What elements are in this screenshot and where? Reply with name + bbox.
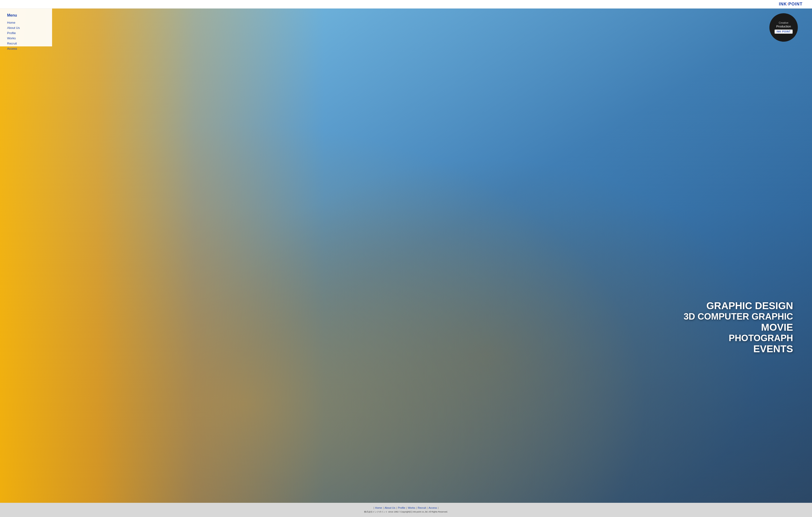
- nav-item-about[interactable]: About Us: [7, 26, 45, 30]
- creative-badge: Creative Production INK·POINT: [770, 13, 798, 42]
- nav-item-profile[interactable]: Profile: [7, 31, 45, 35]
- nav-item-works[interactable]: Works: [7, 36, 45, 40]
- hero-line1: GRAPHIC DESIGN: [684, 300, 793, 312]
- nav-link-recruit[interactable]: Recruit: [7, 42, 17, 45]
- footer-sep-4: |: [416, 506, 417, 509]
- hero-section: Menu Home About Us Profile Works Recruit…: [0, 8, 812, 503]
- hero-line4: PHOTOGRAPH: [684, 333, 793, 343]
- nav-item-home[interactable]: Home: [7, 20, 45, 25]
- footer-link-profile[interactable]: Profile: [398, 506, 405, 509]
- header-logo: INK·POINT: [779, 2, 803, 7]
- hero-line5: EVENTS: [684, 343, 793, 354]
- badge-line1: Creative: [779, 21, 788, 24]
- badge-logo: INK·POINT: [775, 30, 792, 34]
- footer-sep-2: |: [396, 506, 397, 509]
- nav-link-access[interactable]: Access: [7, 47, 17, 51]
- footer-sep-3: |: [406, 506, 407, 509]
- car-overlay: [0, 8, 325, 503]
- hero-line3: MOVIE: [684, 322, 793, 333]
- hero-line2: 3D COMPUTER GRAPHIC: [684, 312, 793, 322]
- nav-list: Home About Us Profile Works Recruit Acce…: [7, 20, 45, 51]
- footer-link-access[interactable]: Access: [429, 506, 437, 509]
- footer-link-about[interactable]: About Us: [385, 506, 395, 509]
- menu-title: Menu: [7, 13, 45, 18]
- logo-prefix: INK: [779, 2, 787, 6]
- nav-link-works[interactable]: Works: [7, 36, 16, 40]
- footer-sep-end: |: [438, 506, 439, 509]
- nav-item-access[interactable]: Access: [7, 47, 45, 51]
- footer-sep-start: |: [373, 506, 374, 509]
- nav-link-about[interactable]: About Us: [7, 26, 20, 30]
- footer-link-home[interactable]: Home: [375, 506, 382, 509]
- site-header: INK·POINT: [0, 0, 812, 8]
- badge-logo-prefix: INK: [777, 30, 781, 33]
- nav-item-recruit[interactable]: Recruit: [7, 41, 45, 46]
- footer-sep-1: |: [383, 506, 384, 509]
- hero-text-block: GRAPHIC DESIGN 3D COMPUTER GRAPHIC MOVIE…: [684, 300, 793, 354]
- footer-link-recruit[interactable]: Recruit: [418, 506, 426, 509]
- nav-link-home[interactable]: Home: [7, 21, 16, 24]
- footer-copyright: 株式会社インクポイント since 1982 / Copyright(C) In…: [364, 510, 448, 513]
- footer-sep-5: |: [427, 506, 428, 509]
- footer-nav: | Home | About Us | Profile | Works | Re…: [373, 506, 438, 509]
- badge-line2: Production: [776, 25, 791, 28]
- logo-suffix: POINT: [788, 2, 803, 6]
- footer-link-works[interactable]: Works: [408, 506, 415, 509]
- badge-logo-suffix: POINT: [782, 30, 791, 33]
- main-nav: Menu Home About Us Profile Works Recruit…: [0, 8, 52, 56]
- site-footer: | Home | About Us | Profile | Works | Re…: [0, 503, 812, 517]
- nav-link-profile[interactable]: Profile: [7, 31, 16, 35]
